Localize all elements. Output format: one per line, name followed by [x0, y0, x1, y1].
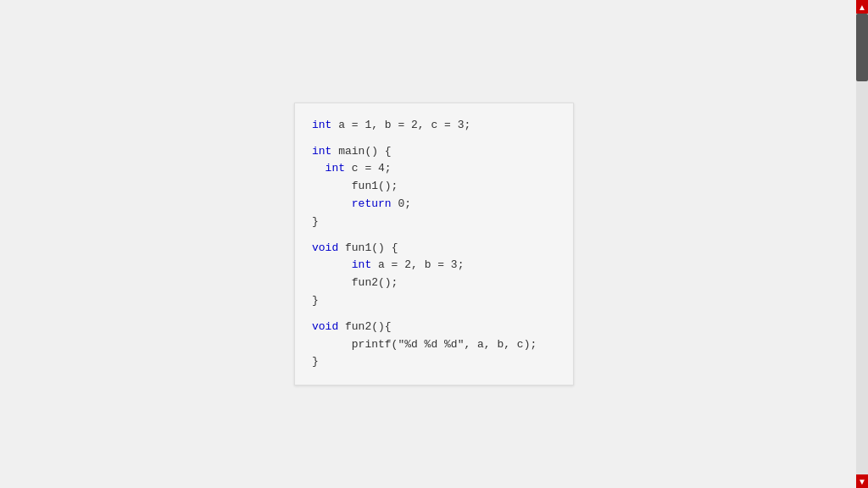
code-line-1: int a = 1, b = 2, c = 3; — [312, 117, 556, 135]
arrow-down-icon: ▼ — [858, 477, 866, 486]
code-line-11: void fun2(){ — [312, 319, 556, 336]
code-line-blank-1 — [312, 135, 556, 143]
code-line-blank-3 — [312, 310, 556, 319]
scrollbar-thumb[interactable] — [856, 14, 868, 81]
code-line-13: } — [312, 353, 556, 371]
code-line-6: } — [312, 214, 556, 231]
scrollbar[interactable]: ▲ ▼ — [856, 0, 868, 488]
code-line-7: void fun1() { — [312, 240, 556, 258]
scrollbar-arrow-up[interactable]: ▲ — [856, 0, 868, 14]
code-line-3: int c = 4; — [312, 160, 556, 178]
code-line-5: return 0; — [312, 196, 556, 214]
code-line-12: printf("%d %d %d", a, b, c); — [312, 336, 556, 354]
code-line-4: fun1(); — [312, 178, 556, 196]
arrow-up-icon: ▲ — [858, 3, 866, 12]
code-line-8: int a = 2, b = 3; — [312, 257, 556, 274]
code-line-blank-2 — [312, 231, 556, 240]
code-line-9: fun2(); — [312, 274, 556, 292]
code-block: int a = 1, b = 2, c = 3; int main() { in… — [294, 103, 574, 385]
code-line-10: } — [312, 292, 556, 310]
code-line-2: int main() { — [312, 143, 556, 161]
scrollbar-arrow-down[interactable]: ▼ — [856, 474, 868, 488]
